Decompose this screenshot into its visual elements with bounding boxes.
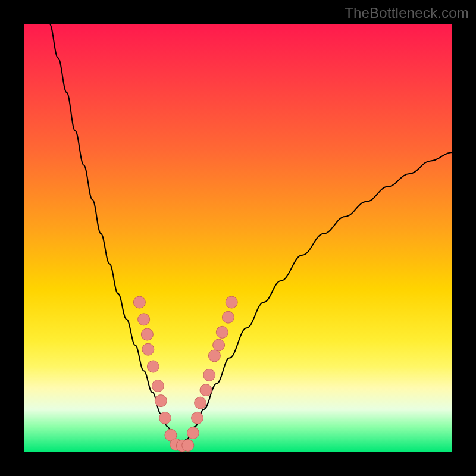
- data-marker: [208, 350, 220, 362]
- chart-frame: TheBottleneck.com: [0, 0, 476, 476]
- data-marker: [155, 395, 167, 407]
- curve-right-curve: [180, 152, 452, 446]
- data-marker: [226, 296, 237, 308]
- data-marker: [138, 314, 150, 325]
- plot-area: [24, 24, 452, 452]
- data-marker: [142, 343, 154, 355]
- data-marker: [200, 384, 212, 396]
- data-marker: [203, 369, 215, 381]
- data-marker: [222, 311, 234, 323]
- data-marker: [141, 328, 153, 340]
- data-marker: [213, 339, 225, 351]
- curve-group: [49, 24, 452, 446]
- data-marker: [216, 326, 228, 338]
- data-marker: [159, 412, 171, 424]
- data-marker: [133, 296, 145, 308]
- data-marker: [152, 380, 164, 392]
- chart-svg: [24, 24, 452, 452]
- data-marker: [192, 412, 203, 424]
- watermark-text: TheBottleneck.com: [345, 5, 469, 21]
- data-marker: [147, 361, 159, 372]
- data-marker: [195, 397, 206, 409]
- data-marker: [187, 427, 199, 439]
- data-marker: [182, 439, 194, 451]
